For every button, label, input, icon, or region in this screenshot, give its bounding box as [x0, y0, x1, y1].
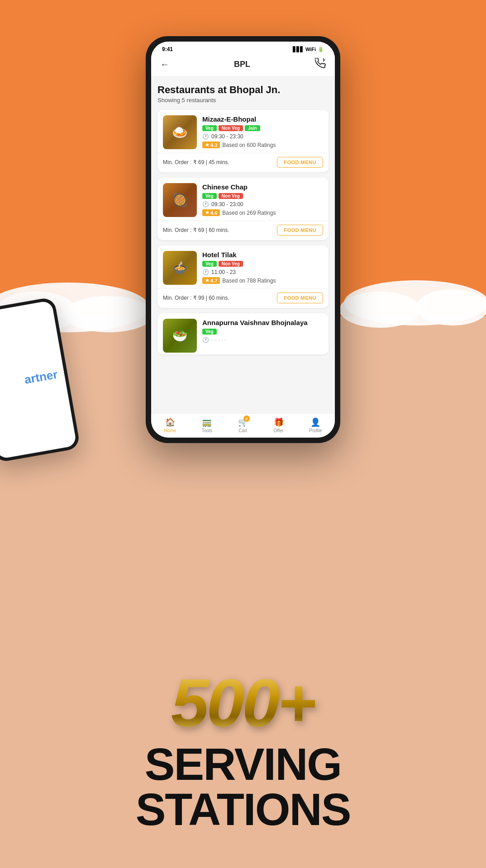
min-order-2: Min. Order : ₹ 99 | 60 mins. — [163, 295, 229, 301]
rating-row-2: ★ 4.7 Based on 788 Ratings — [202, 277, 323, 284]
min-order-0: Min. Order : ₹ 69 | 45 mins. — [163, 159, 229, 165]
restaurant-name-2: Hotel Tilak — [202, 251, 323, 259]
tag-veg-0: Veg — [202, 125, 217, 131]
restaurant-name-0: Mizaaz-E-Bhopal — [202, 115, 323, 123]
rating-row-0: ★ 4.3 Based on 600 Ratings — [202, 142, 323, 148]
rating-badge-2: ★ 4.7 — [202, 277, 220, 284]
card-bottom-2: Min. Order : ₹ 99 | 60 mins. FOOD MENU — [157, 288, 329, 308]
hours-2: 11:00 - 23 — [211, 269, 236, 275]
tag-jain-0: Jain — [245, 125, 260, 131]
star-icon-1: ★ — [205, 210, 210, 216]
nav-cart[interactable]: 🛒 0 Cart — [238, 417, 248, 433]
restaurant-image-3: 🥗 — [163, 319, 197, 353]
cart-wrapper: 🛒 0 — [238, 417, 248, 427]
restaurant-card-2: 🍲 Hotel Tilak Veg Non Veg 🕐 11:00 - 23 — [157, 245, 329, 308]
star-icon-2: ★ — [205, 278, 210, 283]
tag-veg-2: Veg — [202, 261, 217, 267]
home-icon: 🏠 — [165, 417, 175, 427]
tools-icon: 🚃 — [202, 417, 212, 427]
hours-3: - - - - - — [211, 337, 226, 343]
tag-veg-3: Veg — [202, 329, 217, 335]
tag-nonveg-0: Non Veg — [219, 125, 243, 131]
restaurant-info-3: Annapurna Vaishnav Bhojnalaya Veg 🕐 - - … — [202, 319, 323, 353]
min-order-1: Min. Order : ₹ 69 | 60 mins. — [163, 227, 229, 233]
tag-veg-1: Veg — [202, 193, 217, 199]
restaurant-name-3: Annapurna Vaishnav Bhojnalaya — [202, 319, 323, 326]
status-bar: 9:41 ▋▋▋ WiFi 🔋 — [151, 42, 335, 55]
hours-1: 09:30 - 23:00 — [211, 201, 243, 208]
subtitle: Showing 5 restaurants — [157, 97, 329, 104]
restaurant-list: Restaurants at Bhopal Jn. Showing 5 rest… — [151, 77, 335, 413]
number-500: 500 — [171, 665, 277, 741]
rating-value-2: 4.7 — [210, 278, 217, 283]
serving-line2: STATIONS — [136, 787, 351, 832]
nav-tools[interactable]: 🚃 Tools — [202, 417, 212, 433]
big-number-text: 500+ — [171, 669, 315, 737]
rating-badge-0: ★ 4.3 — [202, 142, 220, 148]
nav-profile-label: Profile — [309, 428, 322, 433]
rating-value-1: 4.6 — [210, 210, 217, 216]
phone-screen: 9:41 ▋▋▋ WiFi 🔋 ← BPL — [151, 42, 335, 438]
rating-text-1: Based on 269 Ratings — [222, 210, 276, 216]
nav-tools-label: Tools — [202, 428, 212, 433]
restaurant-name-1: Chinese Chap — [202, 183, 323, 191]
rating-badge-1: ★ 4.6 — [202, 209, 220, 216]
offer-icon: 🎁 — [274, 417, 284, 427]
call-button[interactable] — [315, 58, 326, 71]
time-row-0: 🕐 09:30 - 23:30 — [202, 133, 323, 140]
nav-home[interactable]: 🏠 Home — [164, 417, 176, 433]
clock-icon-3: 🕐 — [202, 337, 209, 343]
profile-icon: 👤 — [310, 417, 320, 427]
food-menu-btn-2[interactable]: FOOD MENU — [277, 292, 323, 303]
tag-nonveg-1: Non Veg — [219, 193, 243, 199]
tag-row-1: Veg Non Veg — [202, 193, 323, 199]
nav-profile[interactable]: 👤 Profile — [309, 417, 322, 433]
food-menu-btn-1[interactable]: FOOD MENU — [277, 225, 323, 236]
serving-line1: SERVING — [145, 741, 341, 787]
cart-badge: 0 — [243, 415, 250, 422]
nav-home-label: Home — [164, 428, 176, 433]
back-button[interactable]: ← — [160, 59, 169, 70]
status-time: 9:41 — [162, 46, 173, 52]
partner-text: artner — [24, 367, 59, 387]
hours-0: 09:30 - 23:30 — [211, 133, 243, 140]
restaurant-info-2: Hotel Tilak Veg Non Veg 🕐 11:00 - 23 — [202, 251, 323, 285]
top-nav: ← BPL — [151, 55, 335, 77]
phone-outer: 9:41 ▋▋▋ WiFi 🔋 ← BPL — [146, 36, 340, 443]
phone-mockup: 9:41 ▋▋▋ WiFi 🔋 ← BPL — [146, 36, 340, 443]
restaurant-card-0: 🍛 Mizaaz-E-Bhopal Veg Non Veg Jain 🕐 09:… — [157, 110, 329, 172]
tag-row-0: Veg Non Veg Jain — [202, 125, 323, 131]
nav-cart-label: Cart — [238, 428, 247, 433]
rating-row-1: ★ 4.6 Based on 269 Ratings — [202, 209, 323, 216]
clock-icon-1: 🕐 — [202, 201, 209, 208]
time-row-2: 🕐 11:00 - 23 — [202, 269, 323, 275]
page-title: Restaurants at Bhopal Jn. — [157, 84, 329, 96]
card-bottom-0: Min. Order : ₹ 69 | 45 mins. FOOD MENU — [157, 153, 329, 172]
tag-row-2: Veg Non Veg — [202, 261, 323, 267]
restaurant-info-0: Mizaaz-E-Bhopal Veg Non Veg Jain 🕐 09:30… — [202, 115, 323, 149]
plus-sign: + — [277, 665, 315, 741]
star-icon-0: ★ — [205, 142, 210, 148]
rating-text-2: Based on 788 Ratings — [222, 278, 276, 284]
restaurant-image-2: 🍲 — [163, 251, 197, 285]
restaurant-image-1: 🥘 — [163, 183, 197, 217]
card-bottom-1: Min. Order : ₹ 69 | 60 mins. FOOD MENU — [157, 221, 329, 240]
tag-nonveg-2: Non Veg — [219, 261, 243, 267]
restaurant-card-1: 🥘 Chinese Chap Veg Non Veg 🕐 09:30 - 23:… — [157, 178, 329, 240]
restaurant-card-3: 🥗 Annapurna Vaishnav Bhojnalaya Veg 🕐 - … — [157, 313, 329, 354]
restaurant-image-0: 🍛 — [163, 115, 197, 149]
restaurant-info-1: Chinese Chap Veg Non Veg 🕐 09:30 - 23:00 — [202, 183, 323, 217]
time-row-3: 🕐 - - - - - — [202, 337, 323, 343]
rating-value-0: 4.3 — [210, 142, 217, 148]
clock-icon-0: 🕐 — [202, 133, 209, 140]
nav-title: BPL — [234, 60, 250, 69]
rating-text-0: Based on 600 Ratings — [222, 142, 276, 148]
status-icons: ▋▋▋ WiFi 🔋 — [293, 47, 324, 52]
time-row-1: 🕐 09:30 - 23:00 — [202, 201, 323, 208]
tag-row-3: Veg — [202, 329, 323, 335]
food-menu-btn-0[interactable]: FOOD MENU — [277, 157, 323, 168]
clock-icon-2: 🕐 — [202, 269, 209, 275]
promo-section: 500+ SERVING STATIONS — [0, 461, 486, 868]
bottom-nav: 🏠 Home 🚃 Tools 🛒 0 Cart 🎁 Offer — [151, 413, 335, 438]
nav-offer[interactable]: 🎁 Offer — [274, 417, 284, 433]
